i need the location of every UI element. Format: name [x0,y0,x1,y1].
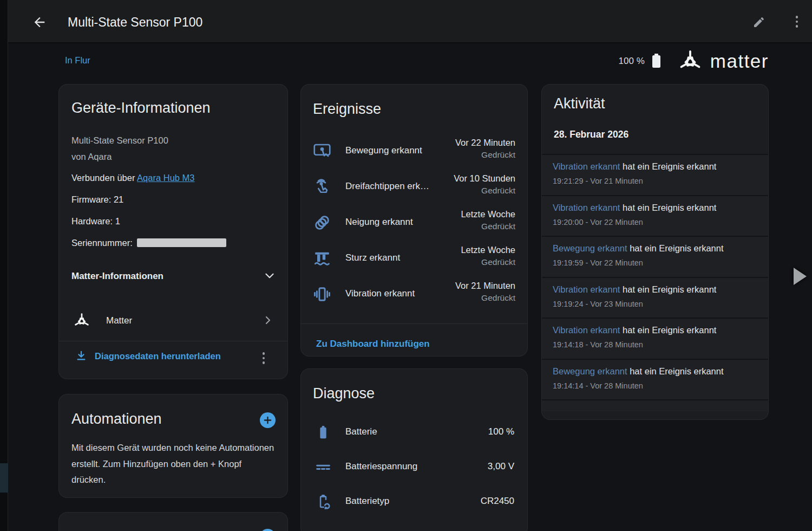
app-bar: Multi-State Sensor P100 [8,0,812,43]
automations-card: Automationen Mit diesem Gerät wurden noc… [58,394,288,498]
matter-icon [678,49,703,74]
event-row-motion[interactable]: Bewegung erkannt Vor 22 Minuten Gedrückt [301,133,527,169]
activity-card: Aktivität 28. Februar 2026 Vibration erk… [541,84,769,420]
arrow-left-icon [32,15,47,30]
edit-button[interactable] [752,16,765,29]
current-dc-icon [314,458,332,476]
connected-via-line: Verbunden über Aqara Hub M3 [71,173,195,183]
device-info-title: Geräte-Informationen [71,100,211,116]
device-model: Multi-State Sensor P100 [71,135,168,146]
event-row-vibration[interactable]: Vibration erkannt Vor 21 Minuten Gedrück… [301,276,527,312]
area-link[interactable]: In Flur [65,55,90,66]
back-button[interactable] [32,15,47,30]
activity-row: Vibration erkannt hat ein Ereignis erkan… [542,318,768,359]
plus-icon [263,416,272,425]
event-row-fall[interactable]: Sturz erkannt Letzte Woche Gedrückt [301,241,527,276]
matter-info-expander[interactable]: Matter-Informationen [71,271,163,282]
kebab-menu-icon [796,16,798,18]
divider [301,323,527,324]
diagnostics-overflow-button[interactable] [263,352,265,364]
pencil-icon [752,16,765,29]
next-device-arrow[interactable] [794,268,807,285]
diag-row-battery-type[interactable]: Batterietyp CR2450 [301,485,527,520]
device-page: Multi-State Sensor P100 In Flur 100 % ma… [0,0,812,531]
automations-title: Automationen [71,411,162,428]
device-manufacturer: von Aqara [71,152,112,162]
battery-percent: 100 % [619,56,645,67]
event-time: Vor 22 Minuten [455,138,515,148]
activity-list: Vibration erkannt hat ein Ereignis erkan… [542,154,768,411]
diagnostics-title: Diagnose [313,385,375,402]
hub-link[interactable]: Aqara Hub M3 [137,173,194,183]
event-row-triple-tap[interactable]: Dreifachtippen erk… Vor 10 Stunden Gedrü… [301,169,527,205]
add-button[interactable] [260,529,276,531]
battery-sync-icon [314,493,332,511]
device-info-card: Geräte-Informationen Multi-State Sensor … [58,84,288,379]
battery-icon [314,423,332,442]
activity-title: Aktivität [554,95,605,112]
activity-row: Vibration erkannt hat ein Ereignis erkan… [542,154,768,195]
serial-line: Seriennummer: [71,238,226,248]
battery-icon [652,55,660,68]
events-title: Ereignisse [313,101,381,118]
header-right: 100 % matter [619,47,769,76]
matter-icon [73,312,90,329]
download-diagnostics-button[interactable]: Diagnosedaten herunterladen [75,350,221,362]
entity-link[interactable]: Vibration erkannt [553,161,620,171]
divider [59,341,287,341]
matter-integration-row[interactable]: Matter [59,306,287,336]
left-edge-strip [0,0,8,531]
download-icon [75,350,87,362]
matter-wordmark: matter [710,50,769,72]
activity-row: Bewegung erkannt hat ein Ereignis erkann… [542,236,768,277]
matter-logo: matter [678,49,769,74]
entity-link[interactable]: Bewegung erkannt [553,366,627,376]
left-edge-peek [0,463,8,493]
activity-row-clipped [542,399,768,411]
events-card: Ereignisse Bewegung erkannt Vor 22 Minut… [300,84,528,357]
event-state: Gedrückt [455,150,515,160]
gesture-triple-tap-icon [312,177,332,197]
diagnostics-card: Diagnose Batterie 100 % Batteriespannung… [300,368,528,531]
activity-row: Bewegung erkannt hat ein Ereignis erkann… [542,359,768,400]
kebab-menu-icon [263,352,265,355]
entity-link[interactable]: Bewegung erkannt [553,243,627,253]
add-to-dashboard-button[interactable]: Zu Dashboard hinzufügen [316,331,430,357]
diag-row-battery[interactable]: Batterie 100 % [301,416,527,450]
entity-link[interactable]: Vibration erkannt [553,284,620,294]
activity-timestamp: 19:21:29 - Vor 21 Minuten [553,177,643,185]
diagnostics-list: Batterie 100 % Batteriespannung 3,00 V [301,416,527,520]
scenes-card-partial [58,512,288,531]
entity-link[interactable]: Vibration erkannt [553,203,620,212]
events-list: Bewegung erkannt Vor 22 Minuten Gedrückt… [301,133,527,312]
entity-link[interactable]: Vibration erkannt [553,325,620,335]
event-row-tilt[interactable]: Neigung erkannt Letzte Woche Gedrückt [301,205,527,241]
activity-row: Vibration erkannt hat ein Ereignis erkan… [542,277,768,318]
add-automation-button[interactable] [260,412,276,428]
activity-date-header: 28. Februar 2026 [554,129,628,140]
page-title: Multi-State Sensor P100 [68,15,202,30]
vibrate-icon [312,284,332,304]
diag-value: 100 % [488,426,514,437]
matter-row-label: Matter [106,315,132,326]
firmware-line: Firmware: 21 [71,195,123,205]
hardware-line: Hardware: 1 [71,216,120,226]
fall-waterfall-icon [312,249,332,268]
gesture-tap-box-icon [312,141,332,161]
automations-empty-text: Mit diesem Gerät wurden noch keine Autom… [71,440,277,488]
overflow-menu-button[interactable] [796,16,798,28]
chevron-right-icon [261,314,274,327]
diag-row-voltage[interactable]: Batteriespannung 3,00 V [301,450,527,485]
serial-redacted [137,238,226,247]
chevron-down-icon[interactable] [263,269,277,283]
tilt-rings-icon [312,213,332,232]
activity-row: Vibration erkannt hat ein Ereignis erkan… [542,195,768,236]
